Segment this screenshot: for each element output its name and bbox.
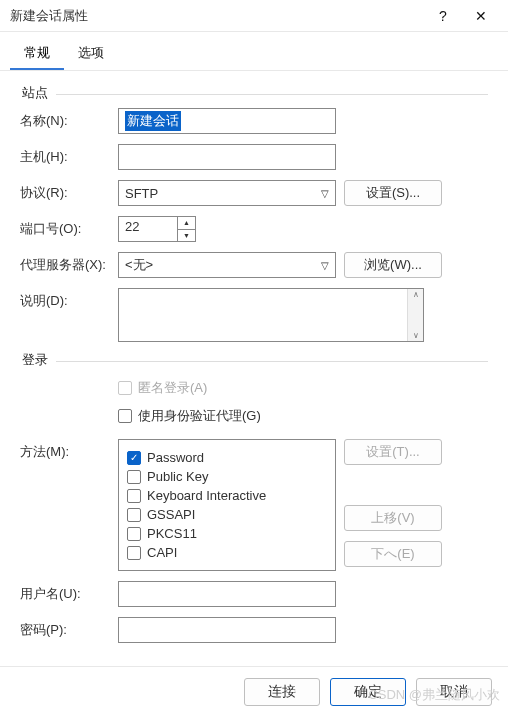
tab-general[interactable]: 常规 bbox=[10, 38, 64, 70]
connect-button[interactable]: 连接 bbox=[244, 678, 320, 706]
cancel-button[interactable]: 取消 bbox=[416, 678, 492, 706]
login-group: 登录 匿名登录(A) 使用身份验证代理(G) 方法(M): bbox=[20, 352, 488, 643]
method-label: 方法(M): bbox=[20, 439, 118, 461]
method-settings-button[interactable]: 设置(T)... bbox=[344, 439, 442, 465]
password-label: 密码(P): bbox=[20, 617, 118, 639]
method-item-capi[interactable]: CAPI bbox=[127, 545, 327, 560]
name-input[interactable]: 新建会话 bbox=[118, 108, 336, 134]
tab-options[interactable]: 选项 bbox=[64, 38, 118, 70]
method-checkbox[interactable] bbox=[127, 451, 141, 465]
method-item-pkcs11[interactable]: PKCS11 bbox=[127, 526, 327, 541]
method-item-label: GSSAPI bbox=[147, 507, 195, 522]
port-label: 端口号(O): bbox=[20, 216, 118, 238]
protocol-label: 协议(R): bbox=[20, 180, 118, 202]
window-title: 新建会话属性 bbox=[10, 7, 424, 25]
name-input-value: 新建会话 bbox=[125, 111, 181, 131]
method-item-label: PKCS11 bbox=[147, 526, 197, 541]
tab-bar: 常规 选项 bbox=[0, 32, 508, 71]
method-item-gssapi[interactable]: GSSAPI bbox=[127, 507, 327, 522]
method-item-label: Keyboard Interactive bbox=[147, 488, 266, 503]
method-checkbox[interactable] bbox=[127, 489, 141, 503]
proxy-value: <无> bbox=[125, 256, 153, 274]
method-item-label: Public Key bbox=[147, 469, 208, 484]
method-checkbox[interactable] bbox=[127, 527, 141, 541]
login-legend: 登录 bbox=[22, 352, 488, 369]
spinner-down-icon[interactable]: ▼ bbox=[178, 230, 195, 242]
proxy-label: 代理服务器(X): bbox=[20, 252, 118, 274]
protocol-value: SFTP bbox=[125, 186, 158, 201]
host-label: 主机(H): bbox=[20, 144, 118, 166]
anonymous-checkbox[interactable] bbox=[118, 381, 132, 395]
host-input[interactable] bbox=[118, 144, 336, 170]
anonymous-row[interactable]: 匿名登录(A) bbox=[118, 379, 207, 397]
username-input[interactable] bbox=[118, 581, 336, 607]
site-group: 站点 名称(N): 新建会话 主机(H): 协议(R): SFTP ▽ bbox=[20, 85, 488, 342]
chevron-down-icon: ▽ bbox=[321, 188, 329, 199]
method-item-keyboard[interactable]: Keyboard Interactive bbox=[127, 488, 327, 503]
password-input[interactable] bbox=[118, 617, 336, 643]
port-spinner[interactable]: 22 ▲ ▼ bbox=[118, 216, 196, 242]
anonymous-label: 匿名登录(A) bbox=[138, 379, 207, 397]
method-checkbox[interactable] bbox=[127, 546, 141, 560]
auth-agent-label: 使用身份验证代理(G) bbox=[138, 407, 261, 425]
protocol-settings-button[interactable]: 设置(S)... bbox=[344, 180, 442, 206]
site-legend: 站点 bbox=[22, 85, 488, 102]
auth-agent-row[interactable]: 使用身份验证代理(G) bbox=[118, 407, 261, 425]
move-down-button[interactable]: 下へ(E) bbox=[344, 541, 442, 567]
proxy-browse-button[interactable]: 浏览(W)... bbox=[344, 252, 442, 278]
name-label: 名称(N): bbox=[20, 108, 118, 130]
title-bar: 新建会话属性 ? ✕ bbox=[0, 0, 508, 32]
spinner-up-icon[interactable]: ▲ bbox=[178, 217, 195, 230]
chevron-down-icon: ▽ bbox=[321, 260, 329, 271]
method-item-label: Password bbox=[147, 450, 204, 465]
desc-label: 说明(D): bbox=[20, 288, 118, 310]
method-checkbox[interactable] bbox=[127, 508, 141, 522]
method-checkbox[interactable] bbox=[127, 470, 141, 484]
dialog-footer: 连接 确定 取消 bbox=[0, 666, 508, 716]
method-item-label: CAPI bbox=[147, 545, 177, 560]
description-textarea[interactable]: ∧∨ bbox=[118, 288, 424, 342]
username-label: 用户名(U): bbox=[20, 581, 118, 603]
close-button[interactable]: ✕ bbox=[462, 8, 500, 24]
auth-agent-checkbox[interactable] bbox=[118, 409, 132, 423]
method-item-password[interactable]: Password bbox=[127, 450, 327, 465]
protocol-select[interactable]: SFTP ▽ bbox=[118, 180, 336, 206]
ok-button[interactable]: 确定 bbox=[330, 678, 406, 706]
method-listbox[interactable]: Password Public Key Keyboard Interactive… bbox=[118, 439, 336, 571]
port-value[interactable]: 22 bbox=[119, 217, 177, 241]
help-button[interactable]: ? bbox=[424, 8, 462, 24]
scrollbar[interactable]: ∧∨ bbox=[407, 289, 423, 341]
move-up-button[interactable]: 上移(V) bbox=[344, 505, 442, 531]
method-item-publickey[interactable]: Public Key bbox=[127, 469, 327, 484]
proxy-select[interactable]: <无> ▽ bbox=[118, 252, 336, 278]
